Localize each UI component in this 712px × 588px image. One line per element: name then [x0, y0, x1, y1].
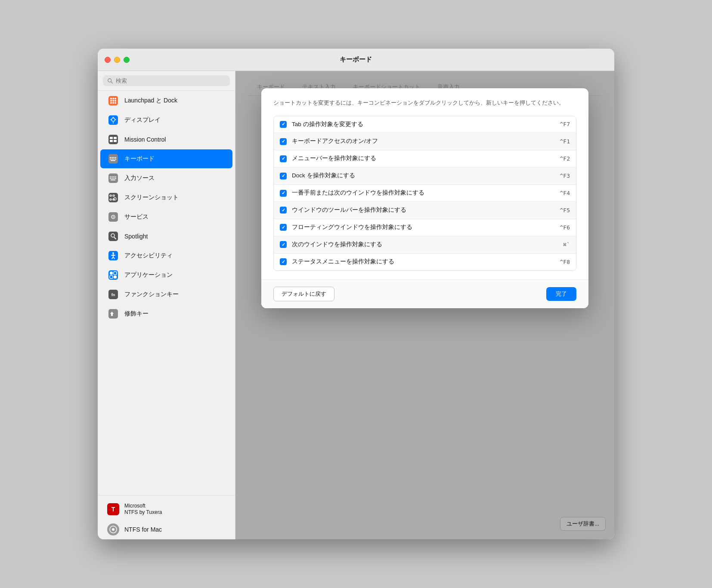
- ntfs-mac-label: NTFS for Mac: [124, 526, 162, 533]
- shortcut-key-toolbar: ^F5: [548, 207, 570, 214]
- svg-point-51: [113, 217, 114, 218]
- sidebar-item-launchpad[interactable]: Launchpad と Dock: [100, 91, 232, 110]
- svg-rect-28: [110, 159, 111, 160]
- applications-label: アプリケーション: [124, 271, 173, 279]
- titlebar: キーボード: [98, 49, 614, 71]
- checkmark: ✓: [282, 139, 285, 144]
- shortcut-row: ✓次のウインドウを操作対象にする⌘`: [274, 236, 576, 254]
- sidebar-item-keyboard[interactable]: キーボード: [100, 149, 232, 168]
- shortcuts-list: ✓Tab の操作対象を変更する^F7✓キーボードアクセスのオン/オフ^F1✓メニ…: [273, 116, 576, 271]
- shortcut-checkbox-toolbar[interactable]: ✓: [280, 207, 287, 214]
- svg-rect-24: [110, 157, 111, 158]
- svg-rect-37: [115, 176, 116, 177]
- sidebar-item-mission-control[interactable]: Mission Control: [100, 130, 232, 149]
- shortcut-checkbox-next-window[interactable]: ✓: [280, 241, 287, 248]
- svg-point-3: [110, 98, 112, 99]
- display-icon: [107, 114, 119, 126]
- shortcut-row: ✓メニューバーを操作対象にする^F2: [274, 150, 576, 167]
- shortcut-checkbox-dock[interactable]: ✓: [280, 173, 287, 179]
- svg-rect-27: [115, 157, 116, 158]
- checkmark: ✓: [282, 121, 285, 127]
- shortcut-row: ✓キーボードアクセスのオン/オフ^F1: [274, 133, 576, 150]
- screenshot-label: スクリーンショット: [124, 194, 179, 201]
- shortcut-label-keyboard-access: キーボードアクセスのオン/オフ: [292, 137, 543, 145]
- main-content: キーボード テキスト入力 キーボードショートカット 音声入力 ユーザ辞書... …: [235, 71, 614, 539]
- shortcut-label-toolbar: ウインドウのツールバーを操作対象にする: [292, 206, 543, 214]
- shortcut-checkbox-tab-change[interactable]: ✓: [280, 121, 287, 128]
- svg-point-5: [115, 98, 116, 99]
- svg-rect-42: [111, 179, 115, 180]
- svg-text:fn: fn: [111, 293, 115, 297]
- svg-rect-62: [110, 272, 113, 275]
- service-label: サービス: [124, 213, 149, 221]
- svg-rect-18: [108, 135, 118, 144]
- svg-point-7: [112, 100, 114, 102]
- search-input-wrap[interactable]: [103, 75, 230, 86]
- svg-rect-41: [115, 178, 116, 179]
- shortcut-checkbox-frontmost-window[interactable]: ✓: [280, 190, 287, 197]
- svg-rect-36: [113, 176, 115, 177]
- svg-rect-30: [113, 159, 115, 160]
- reset-button[interactable]: デフォルトに戻す: [273, 287, 334, 301]
- sidebar-item-display[interactable]: ディスプレイ: [100, 111, 232, 130]
- shortcut-row: ✓一番手前または次のウインドウを操作対象にする^F4: [274, 185, 576, 202]
- launchpad-label: Launchpad と Dock: [124, 97, 177, 105]
- shortcut-key-tab-change: ^F7: [548, 121, 570, 127]
- keyboard-icon: [107, 153, 119, 165]
- shortcut-key-status-menu: ^F8: [548, 259, 570, 265]
- svg-rect-38: [110, 178, 111, 179]
- display-label: ディスプレイ: [124, 116, 161, 124]
- window-body: Launchpad と DockディスプレイMission Controlキーボ…: [98, 71, 614, 539]
- svg-line-1: [111, 81, 113, 83]
- shortcut-row: ✓ウインドウのツールバーを操作対象にする^F5: [274, 202, 576, 219]
- modal-body: ショートカットを変更するには、キーコンビネーションをダブルクリックしてから、新し…: [261, 88, 588, 279]
- ntfs-tuxera-label: MicrosoftNTFS by Tuxera: [124, 503, 162, 516]
- spotlight-icon: [107, 230, 119, 242]
- shortcut-key-menubar: ^F2: [548, 155, 570, 162]
- sidebar-item-applications[interactable]: アプリケーション: [100, 266, 232, 285]
- sidebar-item-ntfs-tuxera[interactable]: T MicrosoftNTFS by Tuxera: [100, 499, 232, 520]
- sidebar-item-input-source[interactable]: 入力ソース: [100, 169, 232, 188]
- svg-point-8: [115, 100, 116, 102]
- checkmark: ✓: [282, 259, 285, 265]
- svg-rect-35: [111, 176, 113, 177]
- svg-rect-22: [114, 140, 117, 142]
- svg-point-6: [110, 100, 112, 102]
- ntfs-tuxera-icon: T: [107, 503, 119, 515]
- sidebar-item-accessibility[interactable]: アクセシビリティ: [100, 246, 232, 265]
- search-icon: [107, 78, 113, 84]
- svg-point-10: [112, 102, 114, 104]
- sidebar-items-list: Launchpad と DockディスプレイMission Controlキーボ…: [98, 91, 235, 324]
- shortcut-checkbox-keyboard-access[interactable]: ✓: [280, 138, 287, 145]
- search-input[interactable]: [116, 77, 226, 84]
- svg-rect-43: [108, 193, 118, 202]
- shortcut-label-floating-window: フローティングウインドウを操作対象にする: [292, 223, 543, 232]
- sidebar-item-screenshot[interactable]: スクリーンショット: [100, 188, 232, 207]
- ntfs-mac-icon: [107, 523, 119, 535]
- shortcut-key-dock: ^F3: [548, 173, 570, 179]
- shortcut-checkbox-floating-window[interactable]: ✓: [280, 224, 287, 231]
- sidebar-item-ntfs-mac[interactable]: NTFS for Mac: [100, 520, 232, 539]
- shortcut-label-status-menu: ステータスメニューを操作対象にする: [292, 258, 543, 266]
- sidebar-item-service[interactable]: サービス: [100, 207, 232, 226]
- shortcut-checkbox-status-menu[interactable]: ✓: [280, 258, 287, 265]
- svg-point-4: [112, 98, 114, 99]
- shortcut-row: ✓Dock を操作対象にする^F3: [274, 167, 576, 185]
- main-window: キーボード Launchpad と DockディスプレイMission Cont…: [98, 49, 614, 539]
- shortcut-label-menubar: メニューバーを操作対象にする: [292, 155, 543, 163]
- mission-control-icon: [107, 133, 119, 145]
- sidebar-item-function-key[interactable]: fnファンクションキー: [100, 285, 232, 304]
- sidebar-item-spotlight[interactable]: Spotlight: [100, 227, 232, 246]
- accessibility-label: アクセシビリティ: [124, 252, 173, 260]
- launchpad-icon: [107, 95, 119, 107]
- svg-rect-34: [110, 176, 111, 177]
- shortcut-checkbox-menubar[interactable]: ✓: [280, 155, 287, 162]
- svg-rect-32: [111, 160, 115, 161]
- shortcut-key-frontmost-window: ^F4: [548, 190, 570, 196]
- shortcut-row: ✓ステータスメニューを操作対象にする^F8: [274, 254, 576, 270]
- sidebar-item-modifier-key[interactable]: 修飾キー: [100, 304, 232, 323]
- svg-rect-39: [111, 178, 113, 179]
- checkmark: ✓: [282, 225, 285, 230]
- svg-rect-19: [110, 137, 113, 139]
- done-button[interactable]: 完了: [546, 287, 576, 301]
